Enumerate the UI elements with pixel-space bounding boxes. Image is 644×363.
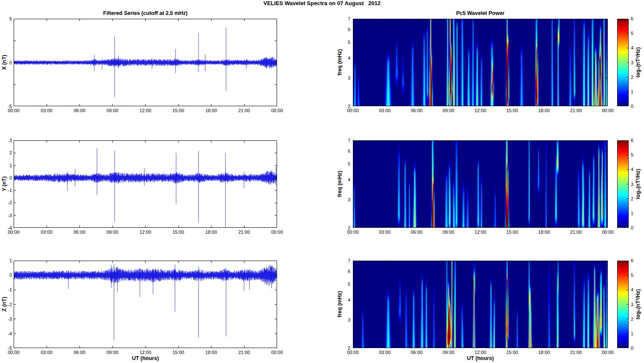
x-tick-label: 03:00 (37, 229, 56, 235)
x-tick-label: 12:00 (471, 349, 490, 355)
freq-tick-label: 7 (338, 137, 350, 143)
y-tick-label: -3 (0, 316, 12, 322)
colorbar-tick-label: 0 (631, 225, 641, 231)
colorbar-tick-label: 2 (631, 74, 641, 80)
x-tick-label: 12:00 (136, 349, 155, 355)
colorbar-tick-label: 5 (631, 272, 641, 278)
x-filtered-series-plot (14, 19, 277, 106)
colorbar-tick-label: 2 (631, 196, 641, 202)
x-tick-label: 15:00 (169, 107, 188, 113)
colorbar-tick-label: 1 (631, 331, 641, 337)
y-tick-label: 2 (0, 150, 12, 156)
x-tick-label: 21:00 (566, 107, 585, 113)
y-tick-label: 3 (0, 137, 12, 143)
x-tick-label: 09:00 (439, 349, 458, 355)
x-tick-label: 18:00 (535, 107, 554, 113)
colorbar-tick-label: 6 (631, 137, 641, 143)
x-tick-label: 09:00 (439, 107, 458, 113)
y-tick-label: -2 (0, 200, 12, 206)
figure-title: VELIES Wavelet Spectra on 07 August 2012 (0, 0, 644, 6)
y-tick-label: -3 (0, 212, 12, 218)
freq-tick-label: 4 (338, 55, 350, 61)
freq-tick-label: 6 (338, 268, 350, 274)
x-tick-label: 21:00 (566, 229, 585, 235)
freq-tick-label: 7 (338, 258, 350, 264)
freq-tick-label: 6 (338, 26, 350, 32)
x-tick-label: 03:00 (37, 107, 56, 113)
y-tick-label: 1 (0, 258, 12, 264)
filtered-series-title: Filtered Series (cutoff at 2.5 mHz) (14, 10, 277, 16)
x-tick-label: 18:00 (535, 229, 554, 235)
x-tick-label: 18:00 (202, 229, 221, 235)
freq-tick-label: 5 (338, 161, 350, 167)
colorbar-tick-label: 1 (631, 89, 641, 95)
colorbar-tick-label: 2 (631, 316, 641, 322)
x-tick-label: 06:00 (70, 107, 89, 113)
x-tick-label: 21:00 (566, 349, 585, 355)
colorbar-tick-label: 6 (631, 16, 641, 22)
colorbar-tick-label: 3 (631, 181, 641, 187)
y-tick-label: -1 (0, 287, 12, 293)
colorbar-x (617, 19, 629, 106)
x-tick-label: 03:00 (375, 229, 394, 235)
freq-tick-label: 5 (338, 281, 350, 287)
x-tick-label: 09:00 (103, 107, 122, 113)
y-tick-label: 0 (0, 175, 12, 181)
y-tick-label: 5 (0, 16, 12, 22)
colorbar-tick-label: 6 (631, 258, 641, 264)
y-tick-label: -5 (0, 103, 12, 109)
x-tick-label: 15:00 (503, 349, 522, 355)
freq-tick-label: 4 (338, 297, 350, 303)
x-tick-label: 15:00 (503, 229, 522, 235)
colorbar-tick-label: 4 (631, 287, 641, 293)
colorbar-tick-label: 5 (631, 30, 641, 36)
x-tick-label: 12:00 (136, 229, 155, 235)
y-tick-label: -4 (0, 331, 12, 337)
colorbar-z (617, 261, 629, 348)
y-tick-label: -5 (0, 345, 12, 351)
wavelet-spectra-figure: VELIES Wavelet Spectra on 07 August 2012… (0, 0, 644, 363)
colorbar-tick-label: 1 (631, 210, 641, 216)
x-tick-label: 06:00 (407, 107, 426, 113)
freq-tick-label: 3 (338, 197, 350, 203)
z-filtered-series-plot (14, 261, 277, 348)
x-tick-label: 03:00 (375, 349, 394, 355)
x-tick-label: 09:00 (103, 349, 122, 355)
x-tick-label: 09:00 (439, 229, 458, 235)
x-tick-label: 00:00 (268, 229, 286, 235)
x-tick-label: 03:00 (375, 107, 394, 113)
x-tick-label: 06:00 (70, 229, 89, 235)
y-tick-label: -2 (0, 302, 12, 308)
y-wavelet-spectrogram (353, 140, 608, 228)
x-tick-label: 00:00 (598, 229, 617, 235)
x-tick-label: 09:00 (103, 229, 122, 235)
x-tick-label: 18:00 (535, 349, 554, 355)
freq-tick-label: 3 (338, 75, 350, 81)
x-wavelet-spectrogram (353, 19, 608, 106)
x-tick-label: 06:00 (407, 229, 426, 235)
colorbar-tick-label: 3 (631, 60, 641, 66)
colorbar-tick-label: 4 (631, 45, 641, 51)
colorbar-tick-label: 0 (631, 345, 641, 351)
y-tick-label: -1 (0, 187, 12, 193)
freq-tick-label: 2 (338, 225, 350, 231)
wavelet-power-title: Pc5 Wavelet Power (353, 10, 608, 16)
x-tick-label: 12:00 (471, 107, 490, 113)
x-tick-label: 21:00 (235, 229, 254, 235)
x-tick-label: 12:00 (136, 107, 155, 113)
x-tick-label: 03:00 (37, 349, 56, 355)
x-tick-label: 15:00 (169, 229, 188, 235)
colorbar-tick-label: 3 (631, 302, 641, 308)
y-tick-label: 0 (0, 60, 12, 66)
y-tick-label: 0 (0, 272, 12, 278)
colorbar-tick-label: 4 (631, 166, 641, 172)
x-tick-label: 15:00 (503, 107, 522, 113)
x-tick-label: 06:00 (70, 349, 89, 355)
colorbar-tick-label: 5 (631, 152, 641, 158)
x-tick-label: 00:00 (598, 349, 617, 355)
y-tick-label: 1 (0, 163, 12, 168)
x-tick-label: 21:00 (235, 349, 254, 355)
x-tick-label: 06:00 (407, 349, 426, 355)
colorbar-tick-label: 0 (631, 103, 641, 109)
x-tick-label: 21:00 (235, 107, 254, 113)
